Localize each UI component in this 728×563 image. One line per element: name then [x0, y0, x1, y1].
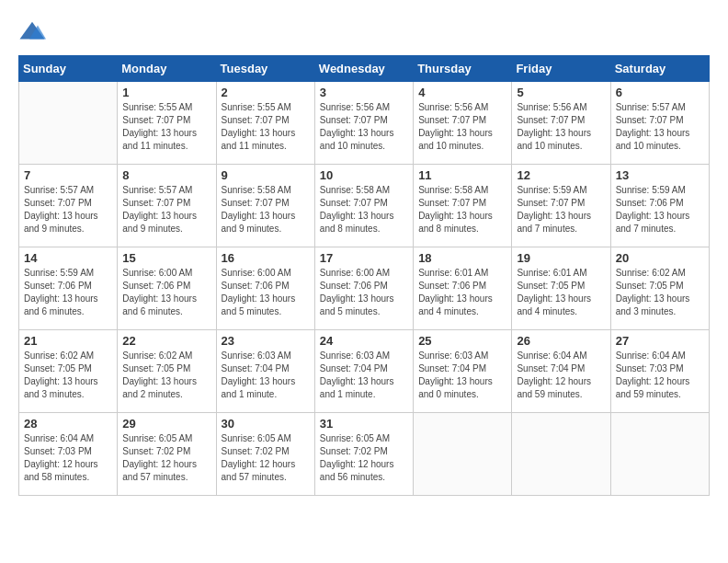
- day-info: Sunrise: 6:01 AM Sunset: 7:06 PM Dayligh…: [418, 267, 506, 318]
- day-info: Sunrise: 6:02 AM Sunset: 7:05 PM Dayligh…: [616, 267, 704, 318]
- day-info: Sunrise: 6:00 AM Sunset: 7:06 PM Dayligh…: [122, 267, 210, 318]
- day-number: 1: [122, 86, 210, 99]
- calendar-cell: 23Sunrise: 6:03 AM Sunset: 7:04 PM Dayli…: [216, 330, 314, 413]
- day-info: Sunrise: 6:00 AM Sunset: 7:06 PM Dayligh…: [222, 267, 310, 318]
- calendar-cell: 12Sunrise: 5:59 AM Sunset: 7:07 PM Dayli…: [512, 165, 610, 247]
- day-number: 3: [320, 86, 408, 99]
- day-info: Sunrise: 6:04 AM Sunset: 7:03 PM Dayligh…: [24, 432, 112, 484]
- day-info: Sunrise: 5:58 AM Sunset: 7:07 PM Dayligh…: [320, 184, 408, 236]
- day-info: Sunrise: 6:04 AM Sunset: 7:03 PM Dayligh…: [616, 350, 704, 401]
- calendar-cell: [610, 413, 709, 496]
- calendar-cell: 24Sunrise: 6:03 AM Sunset: 7:04 PM Dayli…: [314, 330, 413, 413]
- day-info: Sunrise: 6:01 AM Sunset: 7:05 PM Dayligh…: [517, 267, 605, 318]
- day-number: 10: [320, 168, 408, 182]
- day-info: Sunrise: 6:02 AM Sunset: 7:05 PM Dayligh…: [122, 350, 210, 401]
- calendar-cell: [414, 413, 512, 496]
- calendar-cell: 13Sunrise: 5:59 AM Sunset: 7:06 PM Dayli…: [610, 165, 709, 247]
- calendar-cell: 26Sunrise: 6:04 AM Sunset: 7:04 PM Dayli…: [512, 330, 610, 413]
- day-number: 26: [517, 334, 605, 348]
- calendar-cell: 16Sunrise: 6:00 AM Sunset: 7:06 PM Dayli…: [216, 247, 314, 330]
- day-info: Sunrise: 6:00 AM Sunset: 7:06 PM Dayligh…: [320, 267, 408, 318]
- day-info: Sunrise: 5:59 AM Sunset: 7:06 PM Dayligh…: [616, 184, 704, 236]
- day-number: 5: [517, 86, 605, 99]
- col-header-friday: Friday: [512, 56, 610, 82]
- day-number: 30: [222, 417, 310, 431]
- day-number: 22: [122, 334, 210, 348]
- calendar-cell: 25Sunrise: 6:03 AM Sunset: 7:04 PM Dayli…: [414, 330, 512, 413]
- logo: [18, 18, 50, 46]
- calendar-cell: 3Sunrise: 5:56 AM Sunset: 7:07 PM Daylig…: [314, 82, 413, 165]
- day-number: 2: [222, 86, 310, 99]
- day-info: Sunrise: 6:02 AM Sunset: 7:05 PM Dayligh…: [24, 350, 112, 401]
- day-number: 21: [24, 334, 112, 348]
- calendar-cell: [512, 413, 610, 496]
- day-number: 13: [616, 168, 704, 182]
- calendar-cell: 6Sunrise: 5:57 AM Sunset: 7:07 PM Daylig…: [610, 82, 709, 165]
- calendar-cell: 14Sunrise: 5:59 AM Sunset: 7:06 PM Dayli…: [19, 247, 118, 330]
- day-number: 17: [320, 251, 408, 265]
- calendar-cell: 18Sunrise: 6:01 AM Sunset: 7:06 PM Dayli…: [414, 247, 512, 330]
- day-number: 23: [222, 334, 310, 348]
- day-info: Sunrise: 5:58 AM Sunset: 7:07 PM Dayligh…: [418, 184, 506, 236]
- calendar-cell: 19Sunrise: 6:01 AM Sunset: 7:05 PM Dayli…: [512, 247, 610, 330]
- calendar-cell: [19, 82, 118, 165]
- calendar-cell: 27Sunrise: 6:04 AM Sunset: 7:03 PM Dayli…: [610, 330, 709, 413]
- col-header-monday: Monday: [118, 56, 216, 82]
- col-header-thursday: Thursday: [414, 56, 512, 82]
- day-info: Sunrise: 5:57 AM Sunset: 7:07 PM Dayligh…: [24, 184, 112, 236]
- day-number: 24: [320, 334, 408, 348]
- day-number: 8: [122, 168, 210, 182]
- calendar-week-3: 14Sunrise: 5:59 AM Sunset: 7:06 PM Dayli…: [19, 247, 710, 330]
- day-info: Sunrise: 6:05 AM Sunset: 7:02 PM Dayligh…: [320, 432, 408, 484]
- day-number: 25: [418, 334, 506, 348]
- day-info: Sunrise: 6:04 AM Sunset: 7:04 PM Dayligh…: [517, 350, 605, 401]
- calendar-table: SundayMondayTuesdayWednesdayThursdayFrid…: [18, 55, 710, 496]
- col-header-saturday: Saturday: [610, 56, 709, 82]
- day-info: Sunrise: 6:03 AM Sunset: 7:04 PM Dayligh…: [418, 350, 506, 401]
- page-header: [18, 18, 710, 46]
- logo-icon: [18, 18, 46, 46]
- calendar-week-5: 28Sunrise: 6:04 AM Sunset: 7:03 PM Dayli…: [19, 413, 710, 496]
- day-info: Sunrise: 5:59 AM Sunset: 7:06 PM Dayligh…: [24, 267, 112, 318]
- day-number: 4: [418, 86, 506, 99]
- calendar-cell: 29Sunrise: 6:05 AM Sunset: 7:02 PM Dayli…: [118, 413, 216, 496]
- calendar-cell: 10Sunrise: 5:58 AM Sunset: 7:07 PM Dayli…: [314, 165, 413, 247]
- calendar-cell: 5Sunrise: 5:56 AM Sunset: 7:07 PM Daylig…: [512, 82, 610, 165]
- col-header-sunday: Sunday: [19, 56, 118, 82]
- day-info: Sunrise: 5:57 AM Sunset: 7:07 PM Dayligh…: [122, 184, 210, 236]
- calendar-cell: 17Sunrise: 6:00 AM Sunset: 7:06 PM Dayli…: [314, 247, 413, 330]
- calendar-cell: 20Sunrise: 6:02 AM Sunset: 7:05 PM Dayli…: [610, 247, 709, 330]
- day-info: Sunrise: 5:58 AM Sunset: 7:07 PM Dayligh…: [222, 184, 310, 236]
- day-number: 29: [122, 417, 210, 431]
- day-info: Sunrise: 5:56 AM Sunset: 7:07 PM Dayligh…: [418, 101, 506, 153]
- day-number: 12: [517, 168, 605, 182]
- col-header-tuesday: Tuesday: [216, 56, 314, 82]
- calendar-cell: 21Sunrise: 6:02 AM Sunset: 7:05 PM Dayli…: [19, 330, 118, 413]
- day-info: Sunrise: 6:05 AM Sunset: 7:02 PM Dayligh…: [222, 432, 310, 484]
- day-number: 14: [24, 251, 112, 265]
- day-number: 11: [418, 168, 506, 182]
- day-info: Sunrise: 6:03 AM Sunset: 7:04 PM Dayligh…: [222, 350, 310, 401]
- day-number: 6: [616, 86, 704, 99]
- calendar-cell: 11Sunrise: 5:58 AM Sunset: 7:07 PM Dayli…: [414, 165, 512, 247]
- calendar-cell: 31Sunrise: 6:05 AM Sunset: 7:02 PM Dayli…: [314, 413, 413, 496]
- day-number: 9: [222, 168, 310, 182]
- day-number: 27: [616, 334, 704, 348]
- calendar-week-1: 1Sunrise: 5:55 AM Sunset: 7:07 PM Daylig…: [19, 82, 710, 165]
- day-number: 28: [24, 417, 112, 431]
- calendar-cell: 7Sunrise: 5:57 AM Sunset: 7:07 PM Daylig…: [19, 165, 118, 247]
- col-header-wednesday: Wednesday: [314, 56, 413, 82]
- calendar-week-2: 7Sunrise: 5:57 AM Sunset: 7:07 PM Daylig…: [19, 165, 710, 247]
- calendar-week-4: 21Sunrise: 6:02 AM Sunset: 7:05 PM Dayli…: [19, 330, 710, 413]
- day-number: 18: [418, 251, 506, 265]
- calendar-cell: 28Sunrise: 6:04 AM Sunset: 7:03 PM Dayli…: [19, 413, 118, 496]
- calendar-cell: 2Sunrise: 5:55 AM Sunset: 7:07 PM Daylig…: [216, 82, 314, 165]
- calendar-cell: 15Sunrise: 6:00 AM Sunset: 7:06 PM Dayli…: [118, 247, 216, 330]
- day-info: Sunrise: 5:57 AM Sunset: 7:07 PM Dayligh…: [616, 101, 704, 153]
- calendar-cell: 22Sunrise: 6:02 AM Sunset: 7:05 PM Dayli…: [118, 330, 216, 413]
- calendar-cell: 8Sunrise: 5:57 AM Sunset: 7:07 PM Daylig…: [118, 165, 216, 247]
- calendar-header-row: SundayMondayTuesdayWednesdayThursdayFrid…: [19, 56, 710, 82]
- day-number: 15: [122, 251, 210, 265]
- day-info: Sunrise: 5:55 AM Sunset: 7:07 PM Dayligh…: [222, 101, 310, 153]
- calendar-cell: 4Sunrise: 5:56 AM Sunset: 7:07 PM Daylig…: [414, 82, 512, 165]
